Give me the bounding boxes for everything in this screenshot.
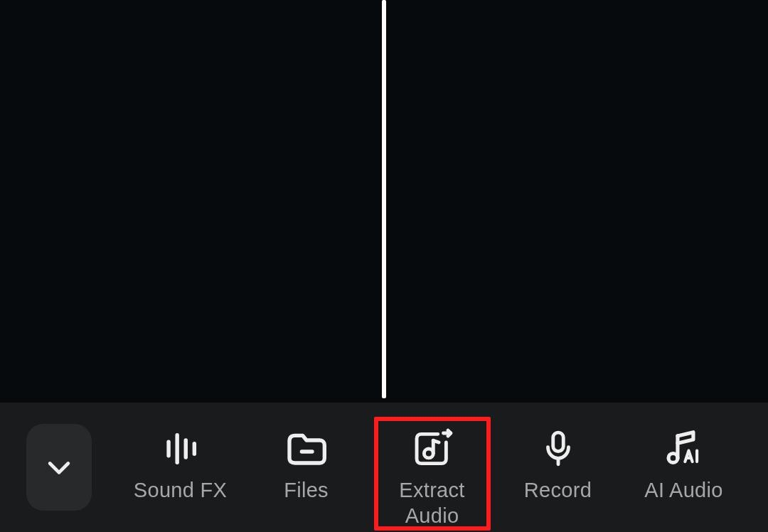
ai-music-icon: [662, 427, 706, 471]
tool-label-sound-fx: Sound FX: [134, 477, 227, 503]
folder-minus-icon: [284, 426, 329, 472]
tool-label-record: Record: [524, 477, 592, 503]
timeline-preview[interactable]: [0, 0, 768, 403]
microphone-icon: [538, 428, 579, 469]
playhead[interactable]: [382, 0, 386, 398]
chevron-down-icon: [43, 452, 75, 483]
collapse-wrap: [0, 403, 117, 532]
toolbar-tools: Sound FX Files: [117, 403, 768, 532]
tool-sound-fx[interactable]: Sound FX: [117, 403, 243, 532]
svg-line-7: [433, 440, 439, 442]
extract-audio-icon: [410, 427, 454, 471]
tool-label-ai-audio: AI Audio: [644, 477, 722, 503]
tool-extract-audio[interactable]: Extract Audio: [369, 403, 495, 532]
tool-label-extract-audio: Extract Audio: [399, 477, 464, 529]
soundfx-icon: [160, 428, 201, 469]
bottom-toolbar: Sound FX Files: [0, 403, 768, 532]
svg-rect-8: [553, 432, 563, 452]
tool-record[interactable]: Record: [495, 403, 621, 532]
tool-ai-audio[interactable]: AI Audio: [621, 403, 747, 532]
collapse-button[interactable]: [26, 424, 92, 511]
tool-files[interactable]: Files: [243, 403, 369, 532]
tool-label-files: Files: [284, 477, 329, 503]
